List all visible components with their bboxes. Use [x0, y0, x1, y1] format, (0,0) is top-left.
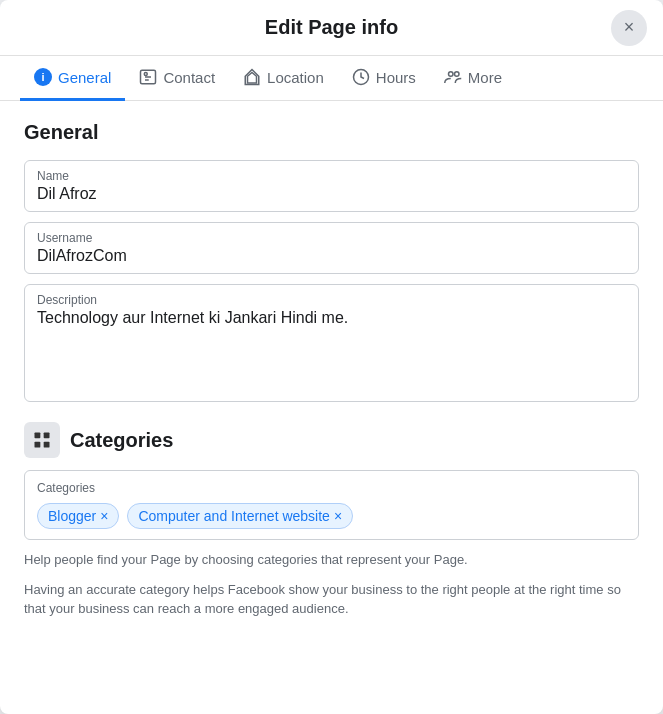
categories-header: Categories: [24, 422, 639, 458]
svg-rect-7: [44, 433, 50, 439]
tabs-bar: i General Contact Location: [0, 56, 663, 101]
tags-container: Blogger × Computer and Internet website …: [37, 503, 626, 529]
svg-rect-9: [44, 442, 50, 448]
help-text-1: Help people find your Page by choosing c…: [24, 550, 639, 570]
section-title: General: [24, 121, 639, 144]
categories-title: Categories: [70, 429, 173, 452]
remove-blogger-tag[interactable]: ×: [100, 508, 108, 524]
description-field[interactable]: Description: [24, 284, 639, 402]
name-field[interactable]: Name: [24, 160, 639, 212]
tab-hours[interactable]: Hours: [338, 56, 430, 101]
tag-blogger: Blogger ×: [37, 503, 119, 529]
tag-computer-internet: Computer and Internet website ×: [127, 503, 353, 529]
help-text-2: Having an accurate category helps Facebo…: [24, 580, 639, 619]
svg-point-4: [448, 72, 453, 77]
categories-section: Categories Categories Blogger × Computer…: [24, 422, 639, 619]
tab-location[interactable]: Location: [229, 56, 338, 101]
tab-more[interactable]: More: [430, 56, 516, 101]
description-label: Description: [37, 293, 626, 307]
categories-box: Categories Blogger × Computer and Intern…: [24, 470, 639, 540]
svg-rect-8: [35, 442, 41, 448]
description-textarea[interactable]: [37, 309, 626, 389]
clock-icon: [352, 68, 370, 86]
info-icon: i: [34, 68, 52, 86]
username-label: Username: [37, 231, 626, 245]
svg-point-5: [454, 72, 459, 77]
username-field[interactable]: Username: [24, 222, 639, 274]
modal-title: Edit Page info: [265, 16, 398, 39]
svg-point-1: [145, 73, 148, 76]
svg-rect-6: [35, 433, 41, 439]
name-label: Name: [37, 169, 626, 183]
categories-label: Categories: [37, 481, 626, 495]
modal-body: General Name Username Description: [0, 101, 663, 714]
tab-general[interactable]: i General: [20, 56, 125, 101]
contact-icon: [139, 68, 157, 86]
username-input[interactable]: [37, 247, 626, 265]
tab-contact[interactable]: Contact: [125, 56, 229, 101]
people-icon: [444, 68, 462, 86]
name-input[interactable]: [37, 185, 626, 203]
categories-icon: [24, 422, 60, 458]
modal: Edit Page info × i General Contact: [0, 0, 663, 714]
location-icon: [243, 68, 261, 86]
close-button[interactable]: ×: [611, 10, 647, 46]
remove-computer-tag[interactable]: ×: [334, 508, 342, 524]
modal-header: Edit Page info ×: [0, 0, 663, 56]
general-section: General Name Username Description: [24, 121, 639, 402]
